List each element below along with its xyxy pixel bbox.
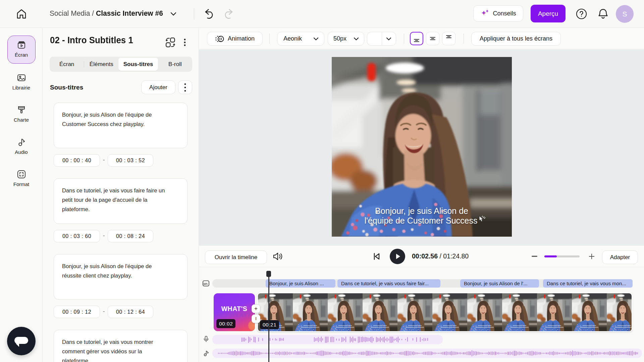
- svg-text:l'équipe de Customer Success: l'équipe de Customer Success: [365, 216, 478, 225]
- svg-text:Bonjour, je suis Alison de: Bonjour, je suis Alison de: [375, 206, 468, 216]
